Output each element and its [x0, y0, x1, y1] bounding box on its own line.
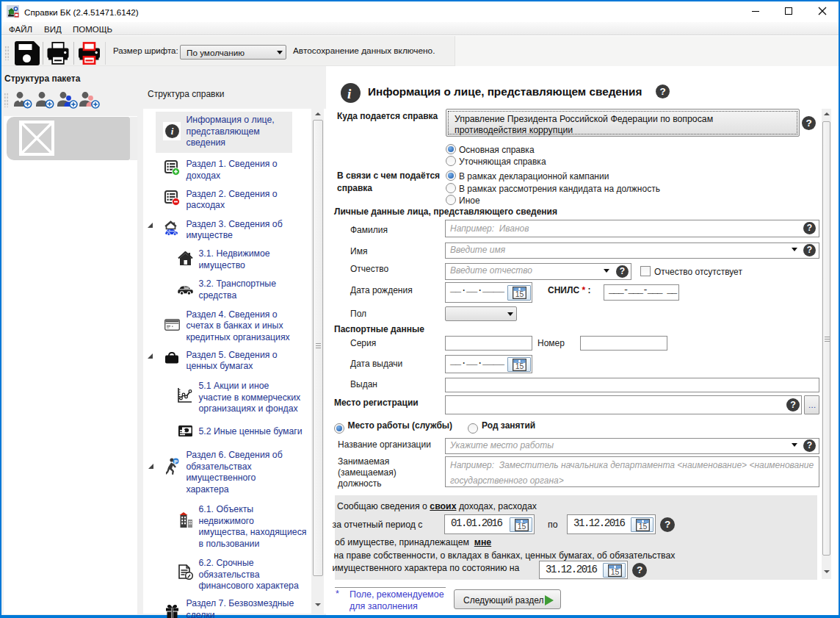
svg-text:Р: Р — [174, 459, 178, 465]
svg-text:i: i — [171, 126, 174, 137]
svg-text:15: 15 — [517, 522, 526, 531]
svg-text:15: 15 — [638, 522, 647, 531]
svg-text:15: 15 — [515, 290, 524, 298]
svg-text:15: 15 — [610, 567, 619, 576]
svg-text:15: 15 — [515, 362, 524, 370]
